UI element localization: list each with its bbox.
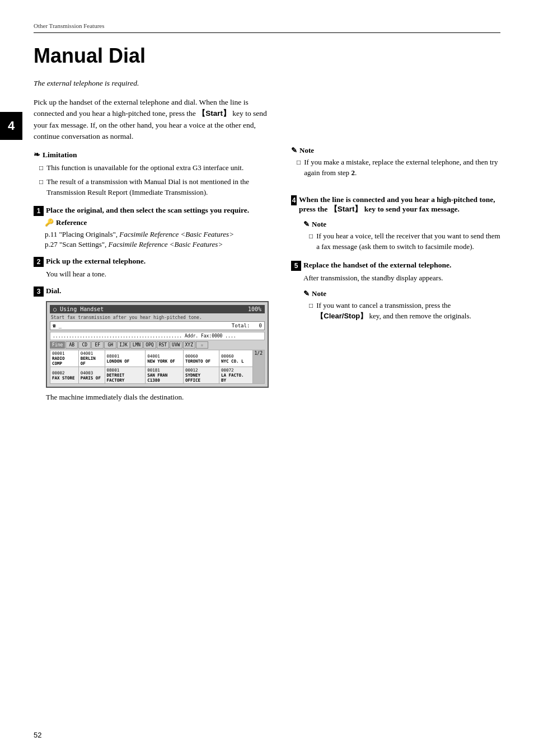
cell-04001b: 04001NEW YORK OF — [146, 350, 184, 367]
step-5-title: Replace the handset of the external tele… — [303, 261, 451, 270]
machine-dials-text: The machine immediately dials the destin… — [46, 392, 269, 403]
note-1-checkbox: □ — [297, 158, 301, 167]
tab-cd[interactable]: CD — [78, 341, 91, 349]
step-4-note-checkbox: □ — [309, 232, 313, 241]
screen-fax-row: ........................................… — [50, 332, 265, 340]
step-2-number: 2 — [34, 257, 44, 267]
step-4-title: When the line is connected and you hear … — [299, 195, 500, 214]
cell-00012: 00012SYDNEY OFFICE — [183, 367, 219, 384]
screen-phone-icon: ☎ _ — [53, 323, 62, 328]
checkbox-icon-1: □ — [39, 164, 43, 172]
checkbox-icon-2: □ — [39, 178, 43, 186]
screen-total: Total: 0 — [232, 323, 262, 328]
reference-line-1: p.11 "Placing Originals", Facsimile Refe… — [45, 229, 269, 240]
step-2-body: You will hear a tone. — [46, 269, 269, 280]
table-row-2: 00002FAX STORE 04003PARIS OF 08001DETROI… — [50, 367, 265, 384]
screen-counter: 100% — [248, 306, 261, 312]
limitation-item-2: □ The result of a transmission with Manu… — [34, 177, 269, 198]
reference-box: 🔑 Reference p.11 "Placing Originals", Fa… — [45, 218, 269, 251]
intro-paragraph: Pick up the handset of the external tele… — [34, 97, 269, 142]
screen-header: ○ Using Handset 100% — [50, 305, 265, 313]
step-1-title: Place the original, and then select the … — [46, 206, 249, 215]
step-5-note: ✎ Note □ If you want to cancel a transmi… — [303, 289, 500, 322]
chapter-marker: 4 — [0, 112, 22, 140]
tab-opq[interactable]: OPQ — [143, 341, 156, 349]
step-4-number: 4 — [291, 195, 297, 205]
tab-rst[interactable]: RST — [157, 341, 169, 349]
table-row: 00001RADIO COMP 04001BERLIN OF 08001LOND… — [50, 350, 265, 367]
step-3-number: 3 — [34, 287, 44, 297]
reference-icon: 🔑 — [45, 218, 54, 227]
screen-input-row: ☎ _ Total: 0 — [50, 321, 265, 330]
step-3-title: Dial. — [46, 287, 61, 295]
step-5-note-checkbox: □ — [309, 302, 313, 310]
step-1-number: 1 — [34, 206, 44, 216]
tab-ab[interactable]: AB — [65, 341, 78, 349]
dial-screen: ○ Using Handset 100% Start fax transmiss… — [46, 301, 269, 388]
note-1-icon: ✎ — [291, 146, 297, 155]
step-1: 1 Place the original, and then select th… — [34, 206, 269, 251]
step-4-note: ✎ Note □ If you hear a voice, tell the r… — [303, 220, 500, 252]
step-4-note-item: □ If you hear a voice, tell the receiver… — [303, 231, 500, 252]
cell-04001: 04001BERLIN OF — [78, 350, 105, 367]
tab-gh[interactable]: GH — [104, 341, 116, 349]
tab-lmn[interactable]: LMN — [130, 341, 143, 349]
page-title: Manual Dial — [34, 44, 500, 68]
step-5-body: After transmission, the standby display … — [303, 273, 500, 284]
tab-fine[interactable]: Fine — [50, 341, 65, 349]
step-5-note-icon: ✎ — [303, 289, 310, 298]
limitation-section: ❧ Limitation □ This function is unavaila… — [34, 150, 269, 198]
step-4-note-icon: ✎ — [303, 220, 310, 229]
screen-tabs-row: Fine AB CD EF GH IJK LMN OPQ RST UVW XYZ… — [50, 341, 265, 349]
step-3: 3 Dial. ○ Using Handset 100% Start fax t… — [34, 287, 269, 403]
cell-08001: 08001LONDON OF — [105, 350, 146, 367]
screen-subtitle: Start fax transmission after you hear hi… — [50, 315, 265, 320]
tab-ijk[interactable]: IJK — [117, 341, 129, 349]
cell-00072: 00072LA FACTO. BY — [219, 367, 252, 384]
step-5-note-item: □ If you want to cancel a transmission, … — [303, 300, 500, 322]
step-5-number: 5 — [291, 261, 301, 271]
subtitle: The external telephone is required. — [34, 79, 269, 88]
tab-xyz[interactable]: XYZ — [183, 341, 195, 349]
tab-uvw[interactable]: UVW — [170, 341, 182, 349]
tab-ef[interactable]: EF — [91, 341, 104, 349]
right-note-1: ✎ Note □ If you make a mistake, replace … — [291, 146, 500, 179]
step-2-title: Pick up the external telephone. — [46, 257, 146, 266]
cell-00060: 00060TORONTO OF — [183, 350, 219, 367]
page-number: 52 — [34, 731, 41, 739]
breadcrumb: Other Transmission Features — [34, 22, 500, 33]
screen-title-text: ○ Using Handset — [53, 306, 104, 312]
tab-star[interactable]: ☆ — [196, 341, 208, 349]
limitation-item-1: □ This function is unavailable for the o… — [34, 163, 269, 173]
cell-08001b: 08001DETROIT FACTORY — [105, 367, 146, 384]
step-4-note-title: ✎ Note — [303, 220, 500, 229]
reference-title: 🔑 Reference — [45, 218, 269, 227]
cell-00181: 00181SAN FRAN C1380 — [146, 367, 184, 384]
step-5: 5 Replace the handset of the external te… — [291, 261, 500, 322]
step-2: 2 Pick up the external telephone. You wi… — [34, 257, 269, 280]
note-1-item-1: □ If you make a mistake, replace the ext… — [291, 157, 500, 179]
reference-line-2: p.27 "Scan Settings", Facsimile Referenc… — [45, 240, 269, 250]
limitation-icon: ❧ — [34, 150, 40, 159]
screen-table: 00001RADIO COMP 04001BERLIN OF 08001LOND… — [50, 350, 265, 384]
step-4: 4 When the line is connected and you hea… — [291, 195, 500, 252]
cell-04003: 04003PARIS OF — [78, 367, 105, 384]
cell-00001: 00001RADIO COMP — [50, 350, 79, 367]
step-5-note-title: ✎ Note — [303, 289, 500, 298]
note-1-title: ✎ Note — [291, 146, 500, 155]
cell-00002: 00002FAX STORE — [50, 367, 79, 384]
page-indicator: 1/2 — [252, 350, 264, 384]
cell-00060b: 00060NYC CO. L — [219, 350, 252, 367]
limitation-title: ❧ Limitation — [34, 150, 269, 159]
